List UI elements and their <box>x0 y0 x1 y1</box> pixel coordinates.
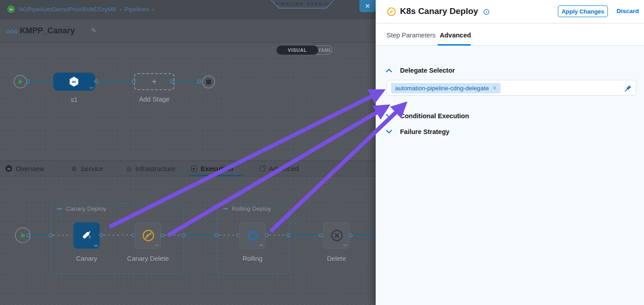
connector-port <box>182 233 186 237</box>
code-icon: </> <box>259 243 263 247</box>
play-icon <box>18 79 23 84</box>
code-icon: </> <box>89 86 93 90</box>
breadcrumb-separator: › <box>152 6 154 13</box>
connector-port <box>26 233 30 237</box>
code-icon: </> <box>155 243 159 247</box>
apply-changes-button[interactable]: Apply Changes <box>558 5 608 17</box>
connector-line <box>28 81 53 82</box>
breadcrumb-pipelines[interactable]: Pipelines <box>124 6 149 13</box>
chevron-down-icon[interactable] <box>386 129 392 134</box>
connector-port <box>214 233 218 237</box>
connector-port <box>99 233 103 237</box>
gear-icon: ⚙ <box>71 165 77 172</box>
toggle-yaml[interactable]: YAML <box>318 46 332 54</box>
delegate-chip: automation-pipeline-cdng-delegate ✕ <box>391 83 501 93</box>
delegate-selector-input[interactable]: automation-pipeline-cdng-delegate ✕ <box>386 80 636 96</box>
remove-chip-icon[interactable]: ✕ <box>492 85 497 91</box>
advanced-icon <box>260 166 265 171</box>
step-group-canary-deploy[interactable] <box>51 203 184 274</box>
play-icon <box>21 233 26 238</box>
step-rolling[interactable]: </> <box>239 222 266 249</box>
pin-icon[interactable] <box>624 84 632 92</box>
connector-line <box>291 235 319 236</box>
tab-advanced[interactable]: Advanced <box>260 161 299 176</box>
pipeline-start-node <box>14 75 27 88</box>
close-drawer-button[interactable]: ✕ <box>359 0 376 12</box>
step-config-drawer: K8s Canary Deploy i Apply Changes Discar… <box>376 0 644 305</box>
delegate-chip-label: automation-pipeline-cdng-delegate <box>395 85 489 92</box>
connector-port <box>170 79 174 83</box>
pipeline-end-node <box>202 75 215 88</box>
discard-button[interactable]: Discard <box>616 8 639 14</box>
connector-line-dashed <box>164 235 182 236</box>
deploy-stage-icon: ∞ <box>69 76 79 87</box>
section-delegate-selector[interactable]: Delegate Selector <box>400 67 455 74</box>
canary-delete-icon <box>142 229 155 242</box>
breadcrumb-separator: › <box>120 6 121 13</box>
edit-pipeline-icon[interactable]: ✎ <box>91 27 97 34</box>
step-delete[interactable]: </> <box>323 222 350 249</box>
k8s-canary-step-icon <box>387 7 396 16</box>
section-failure-strategy[interactable]: Failure Strategy <box>400 128 450 135</box>
stage-s1[interactable]: ∞ </> <box>53 73 95 91</box>
overview-icon: ∞ <box>5 165 12 172</box>
pipeline-studio-badge-label: PIPELINE STUDIO <box>276 1 330 6</box>
pipeline-icon <box>6 28 18 35</box>
svg-text:i: i <box>486 10 487 14</box>
tab-advanced-panel[interactable]: Advanced <box>440 32 471 39</box>
code-icon: </> <box>94 244 98 248</box>
code-icon: </> <box>343 243 347 247</box>
collapse-group-icon[interactable] <box>57 208 62 209</box>
connector-port <box>265 233 269 237</box>
tab-execution[interactable]: ▶ Execution <box>191 161 233 176</box>
chevron-down-icon[interactable] <box>386 114 392 118</box>
group-rolling-deploy-label[interactable]: Rolling Deploy <box>223 205 271 212</box>
drawer-tabs: Step Parameters Advanced <box>376 23 644 46</box>
connector-line <box>353 235 376 236</box>
connector-line-dashed <box>103 235 132 236</box>
step-delete-label: Delete <box>313 255 360 262</box>
tab-service-label: Service <box>81 165 103 172</box>
stage-tabs: ∞ Overview ⚙ Service ◎ Infrastructure ▶ … <box>0 161 376 176</box>
connector-port <box>349 233 353 237</box>
section-conditional-execution[interactable]: Conditional Execution <box>400 112 469 120</box>
stage-s1-label: s1 <box>53 96 95 103</box>
tab-overview-label: Overview <box>16 165 44 172</box>
breadcrumb-project[interactable]: NGPipeAutoDemoProXBVbESzyM8 <box>18 6 116 13</box>
svg-text:∞: ∞ <box>72 79 76 85</box>
active-tab-underline <box>437 44 471 46</box>
connector-line <box>98 81 132 82</box>
step-canary[interactable]: </> <box>74 222 100 249</box>
plus-icon: + <box>152 77 157 87</box>
tab-service[interactable]: ⚙ Service <box>71 161 103 176</box>
pipeline-studio-canvas[interactable]: ∞ NGPipeAutoDemoProXBVbESzyM8 › Pipeline… <box>0 0 376 305</box>
chevron-up-icon[interactable] <box>386 68 392 73</box>
harness-project-icon: ∞ <box>7 5 15 13</box>
add-stage-button[interactable]: + <box>134 73 175 90</box>
toggle-visual[interactable]: VISUAL <box>276 46 318 55</box>
group-canary-deploy-label[interactable]: Canary Deploy <box>57 205 106 212</box>
step-canary-delete-label: Canary Delete <box>125 255 170 262</box>
visual-yaml-toggle[interactable]: VISUAL YAML <box>276 46 332 55</box>
canary-deploy-icon <box>80 228 93 242</box>
tab-overview[interactable]: ∞ Overview <box>5 161 44 176</box>
pipeline-toolbar: KMPP_Canary ✎ VISUAL YAML <box>0 19 376 43</box>
step-canary-label: Canary <box>64 255 109 262</box>
connector-line-dashed <box>269 235 286 236</box>
tab-infrastructure[interactable]: ◎ Infrastructure <box>126 161 175 176</box>
connector-line-dashed <box>53 235 71 236</box>
step-canary-delete[interactable]: </> <box>135 222 161 249</box>
info-icon[interactable]: i <box>483 9 489 15</box>
connector-port <box>49 233 53 237</box>
connector-line <box>30 235 49 236</box>
active-tab-underline <box>190 175 242 176</box>
pipeline-studio-badge: PIPELINE STUDIO <box>271 0 335 9</box>
drawer-header: K8s Canary Deploy i Apply Changes Discar… <box>376 0 644 23</box>
connector-port <box>160 233 164 237</box>
connector-line <box>186 235 215 236</box>
execution-icon: ▶ <box>191 166 197 171</box>
collapse-group-icon[interactable] <box>223 208 228 209</box>
step-rolling-label: Rolling <box>230 255 275 262</box>
stop-icon <box>206 79 211 84</box>
tab-step-parameters[interactable]: Step Parameters <box>386 32 436 39</box>
